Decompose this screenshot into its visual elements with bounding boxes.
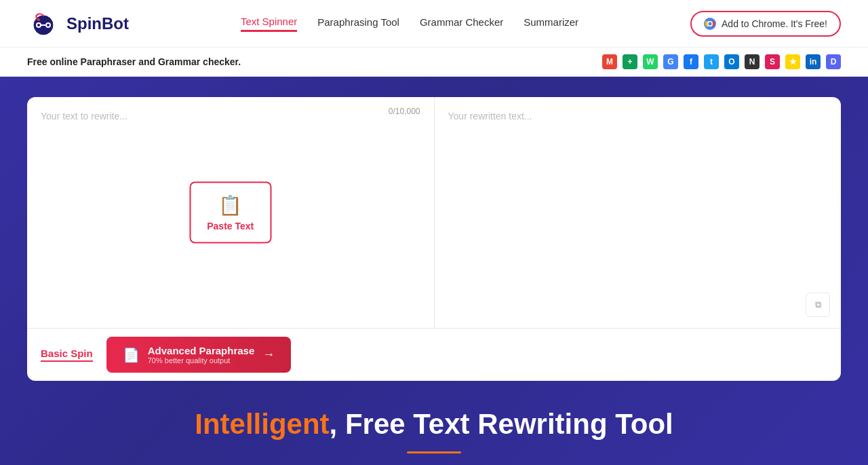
right-placeholder: Your rewritten text...: [448, 111, 828, 122]
nav-paraphrasing-tool[interactable]: Paraphrasing Tool: [317, 16, 399, 31]
title-rest: , Free Text Rewriting Tool: [330, 408, 673, 440]
badge-icon[interactable]: ★: [785, 54, 800, 69]
paste-text-button[interactable]: 📋 Paste Text: [189, 182, 271, 244]
google-workspace-icon[interactable]: +: [623, 54, 637, 69]
google-docs-icon[interactable]: G: [663, 54, 678, 69]
header: SpinBot Text Spinner Paraphrasing Tool G…: [0, 0, 868, 48]
twitter-icon[interactable]: t: [704, 54, 719, 69]
left-panel: 0/10,000 Your text to rewrite... 📋 Paste…: [27, 97, 435, 328]
linkedin-icon[interactable]: in: [806, 54, 821, 69]
basic-spin-button[interactable]: Basic Spin: [41, 348, 93, 362]
facebook-icon[interactable]: f: [684, 54, 698, 69]
nav-summarizer[interactable]: Summarizer: [524, 16, 578, 31]
right-panel: Your rewritten text... ⧉: [435, 97, 842, 328]
arrow-icon: →: [262, 348, 275, 362]
card-footer: Basic Spin 📄 Advanced Paraphrase 70% bet…: [27, 328, 841, 381]
gmail-icon[interactable]: M: [602, 54, 617, 69]
copy-button[interactable]: ⧉: [806, 293, 830, 317]
nav-text-spinner[interactable]: Text Spinner: [241, 16, 297, 32]
sub-header: Free online Paraphraser and Grammar chec…: [0, 48, 868, 77]
chrome-icon: [704, 18, 716, 30]
card-body: 0/10,000 Your text to rewrite... 📋 Paste…: [27, 97, 841, 328]
clipboard-icon: 📋: [218, 194, 242, 217]
main-nav: Text Spinner Paraphrasing Tool Grammar C…: [241, 16, 578, 32]
copy-icon: ⧉: [815, 299, 821, 310]
advanced-btn-label: Advanced Paraphrase: [148, 345, 255, 356]
logo-area: SpinBot: [27, 7, 129, 40]
paste-btn-container: 📋 Paste Text: [189, 182, 271, 244]
notion-icon[interactable]: N: [745, 54, 760, 69]
advanced-btn-icon: 📄: [123, 347, 140, 363]
advanced-paraphrase-button[interactable]: 📄 Advanced Paraphrase 70% better quality…: [106, 337, 292, 373]
sub-header-text: Free online Paraphraser and Grammar chec…: [27, 56, 241, 67]
social-icons: M + W G f t O N S ★ in D: [602, 54, 841, 69]
chrome-btn-label: Add to Chrome. It's Free!: [722, 18, 827, 29]
advanced-btn-sub: 70% better quality output: [148, 356, 231, 365]
slack-icon[interactable]: S: [765, 54, 780, 69]
add-to-chrome-button[interactable]: Add to Chrome. It's Free!: [690, 11, 841, 37]
bg-area: 0/10,000 Your text to rewrite... 📋 Paste…: [0, 77, 868, 465]
logo-text: SpinBot: [66, 14, 129, 33]
svg-point-3: [37, 24, 40, 26]
svg-point-9: [709, 22, 712, 25]
svg-point-4: [47, 24, 50, 26]
bottom-section: Intelligent, Free Text Rewriting Tool Ha…: [27, 381, 841, 465]
outlook-icon[interactable]: O: [724, 54, 739, 69]
svg-rect-5: [41, 24, 45, 26]
main-card: 0/10,000 Your text to rewrite... 📋 Paste…: [27, 97, 841, 381]
svg-point-6: [37, 18, 40, 21]
discord-icon[interactable]: D: [826, 54, 841, 69]
logo-icon: [27, 7, 60, 40]
title-underline: [407, 451, 461, 453]
paste-btn-label: Paste Text: [207, 221, 254, 231]
title-highlight: Intelligent: [195, 408, 329, 440]
bottom-title: Intelligent, Free Text Rewriting Tool: [54, 408, 814, 441]
whatsapp-icon[interactable]: W: [643, 54, 658, 69]
advanced-btn-inner: Advanced Paraphrase 70% better quality o…: [148, 345, 255, 365]
nav-grammar-checker[interactable]: Grammar Checker: [420, 16, 503, 31]
